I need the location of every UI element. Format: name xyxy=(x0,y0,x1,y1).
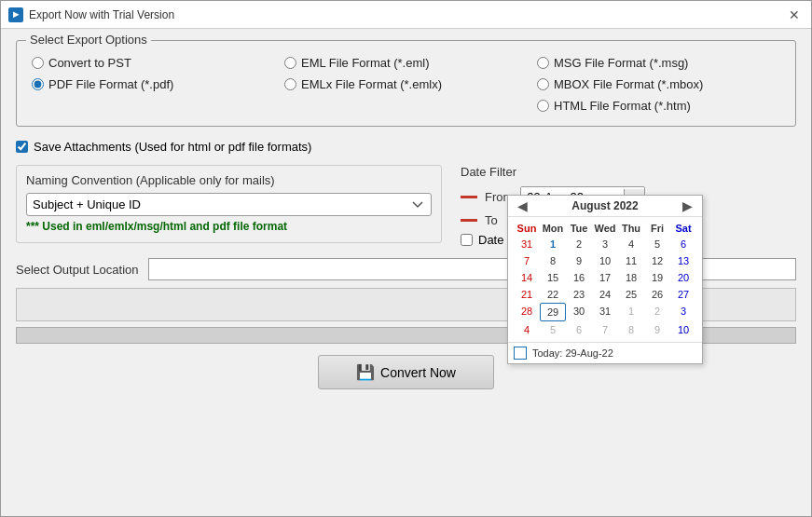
cal-week-4: 21 22 23 24 25 26 27 xyxy=(514,286,696,303)
radio-emlx-input[interactable] xyxy=(284,78,296,90)
radio-eml-input[interactable] xyxy=(284,57,296,69)
cal-cell-16[interactable]: 16 xyxy=(566,269,592,286)
cal-cell-15[interactable]: 15 xyxy=(540,269,566,286)
cal-today-text: Today: 29-Aug-22 xyxy=(532,347,613,359)
radio-mbox[interactable]: MBOX File Format (*.mbox) xyxy=(537,77,780,91)
cal-header-sat: Sat xyxy=(670,221,696,236)
cal-cell-28[interactable]: 28 xyxy=(514,303,540,321)
radio-msg-input[interactable] xyxy=(537,57,549,69)
date-filter-section: Date Filter From ▼ ◀ August 2022 ▶ xyxy=(461,165,796,247)
cal-cell-2-next[interactable]: 2 xyxy=(644,303,670,321)
naming-box: Naming Convention (Applicable only for m… xyxy=(16,165,442,243)
cal-header-wed: Wed xyxy=(592,221,618,236)
calendar-header: ◀ August 2022 ▶ xyxy=(508,196,702,217)
cal-week-1: 31 1 2 3 4 5 6 xyxy=(514,236,696,252)
cal-cell-14[interactable]: 14 xyxy=(514,269,540,286)
cal-cell-23[interactable]: 23 xyxy=(566,286,592,303)
save-attachments-row: Save Attachments (Used for html or pdf f… xyxy=(16,140,796,154)
cal-cell-19[interactable]: 19 xyxy=(644,269,670,286)
cal-cell-4-next[interactable]: 4 xyxy=(514,321,540,338)
naming-label: Naming Convention (Applicable only for m… xyxy=(26,173,432,187)
calendar-popup: ◀ August 2022 ▶ Sun Mon Tue Wed Thu Fri xyxy=(507,195,703,364)
radio-eml[interactable]: EML File Format (*.eml) xyxy=(284,56,528,70)
radio-pst[interactable]: Convert to PST xyxy=(32,56,275,70)
cal-cell-20[interactable]: 20 xyxy=(670,269,696,286)
radio-emlx[interactable]: EMLx File Format (*.emlx) xyxy=(284,77,528,91)
cal-today-indicator xyxy=(514,347,527,360)
cal-week-6: 4 5 6 7 8 9 10 xyxy=(514,321,696,338)
radio-pst-input[interactable] xyxy=(32,57,44,69)
calendar-next-btn[interactable]: ▶ xyxy=(679,199,696,212)
cal-week-3: 14 15 16 17 18 19 20 xyxy=(514,269,696,286)
cal-cell-10-next[interactable]: 10 xyxy=(670,321,696,338)
cal-cell-26[interactable]: 26 xyxy=(644,286,670,303)
naming-section: Naming Convention (Applicable only for m… xyxy=(16,165,442,247)
cal-cell-9[interactable]: 9 xyxy=(566,252,592,269)
cal-cell-5[interactable]: 5 xyxy=(644,236,670,252)
cal-cell-9-next[interactable]: 9 xyxy=(644,321,670,338)
naming-select[interactable]: Subject + Unique ID Subject Unique ID Da… xyxy=(26,193,432,216)
cal-cell-24[interactable]: 24 xyxy=(592,286,618,303)
cal-header-mon: Mon xyxy=(540,221,566,236)
export-options-label: Select Export Options xyxy=(26,33,151,47)
cal-week-2: 7 8 9 10 11 12 13 xyxy=(514,252,696,269)
cal-cell-29-selected[interactable]: 29 xyxy=(540,303,566,321)
cal-cell-5-next[interactable]: 5 xyxy=(540,321,566,338)
radio-html-empty1 xyxy=(32,99,275,113)
cal-cell-6-next[interactable]: 6 xyxy=(566,321,592,338)
radio-html[interactable]: HTML File Format (*.htm) xyxy=(537,99,780,113)
cal-cell-25[interactable]: 25 xyxy=(618,286,644,303)
cal-cell-27[interactable]: 27 xyxy=(670,286,696,303)
calendar-prev-btn[interactable]: ◀ xyxy=(514,199,531,212)
cal-cell-31-prev[interactable]: 31 xyxy=(514,236,540,252)
convert-icon: 💾 xyxy=(356,363,375,381)
cal-cell-17[interactable]: 17 xyxy=(592,269,618,286)
cal-cell-7[interactable]: 7 xyxy=(514,252,540,269)
close-button[interactable]: ✕ xyxy=(785,6,804,24)
app-icon: ▶ xyxy=(8,7,23,22)
radio-pdf-input[interactable] xyxy=(32,78,44,90)
radio-mbox-label: MBOX File Format (*.mbox) xyxy=(554,77,703,91)
radio-msg[interactable]: MSG File Format (*.msg) xyxy=(537,56,780,70)
cal-cell-8[interactable]: 8 xyxy=(540,252,566,269)
cal-cell-3-next[interactable]: 3 xyxy=(670,303,696,321)
cal-cell-31[interactable]: 31 xyxy=(592,303,618,321)
cal-cell-21[interactable]: 21 xyxy=(514,286,540,303)
output-location-label: Select Output Location xyxy=(16,263,139,277)
date-range-checkbox[interactable] xyxy=(461,234,473,246)
main-window: ▶ Export Now with Trial Version ✕ Select… xyxy=(0,0,812,517)
cal-header-tue: Tue xyxy=(566,221,592,236)
save-attachments-checkbox[interactable] xyxy=(16,141,28,153)
radio-emlx-label: EMLx File Format (*.emlx) xyxy=(301,77,442,91)
radio-pdf[interactable]: PDF File Format (*.pdf) xyxy=(32,77,275,91)
calendar-day-headers: Sun Mon Tue Wed Thu Fri Sat xyxy=(514,221,696,236)
cal-header-sun: Sun xyxy=(514,221,540,236)
title-bar-left: ▶ Export Now with Trial Version xyxy=(8,7,174,22)
cal-cell-13[interactable]: 13 xyxy=(670,252,696,269)
cal-cell-30[interactable]: 30 xyxy=(566,303,592,321)
cal-cell-6[interactable]: 6 xyxy=(670,236,696,252)
cal-cell-8-next[interactable]: 8 xyxy=(618,321,644,338)
radio-pst-label: Convert to PST xyxy=(48,56,131,70)
radio-msg-label: MSG File Format (*.msg) xyxy=(554,56,688,70)
save-attachments-label: Save Attachments (Used for html or pdf f… xyxy=(34,140,311,154)
from-date-line xyxy=(461,196,477,198)
cal-cell-22[interactable]: 22 xyxy=(540,286,566,303)
radio-eml-label: EML File Format (*.eml) xyxy=(301,56,429,70)
cal-cell-1[interactable]: 1 xyxy=(540,236,566,252)
cal-cell-1-next[interactable]: 1 xyxy=(618,303,644,321)
to-date-line xyxy=(461,219,477,222)
cal-header-fri: Fri xyxy=(644,221,670,236)
cal-cell-7-next[interactable]: 7 xyxy=(592,321,618,338)
radio-mbox-input[interactable] xyxy=(537,78,549,90)
radio-html-input[interactable] xyxy=(537,100,549,112)
cal-cell-10[interactable]: 10 xyxy=(592,252,618,269)
convert-button[interactable]: 💾 Convert Now xyxy=(318,355,494,389)
export-options-group: Select Export Options Convert to PST EML… xyxy=(16,40,796,127)
cal-cell-2[interactable]: 2 xyxy=(566,236,592,252)
cal-cell-12[interactable]: 12 xyxy=(644,252,670,269)
cal-cell-11[interactable]: 11 xyxy=(618,252,644,269)
cal-cell-3[interactable]: 3 xyxy=(592,236,618,252)
cal-cell-4[interactable]: 4 xyxy=(618,236,644,252)
cal-cell-18[interactable]: 18 xyxy=(618,269,644,286)
